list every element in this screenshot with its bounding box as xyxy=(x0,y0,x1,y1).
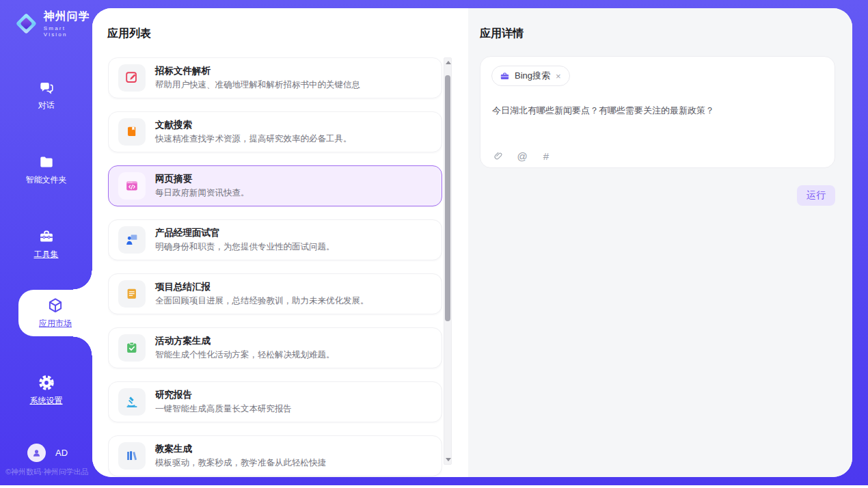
user-initials: AD xyxy=(55,448,68,458)
sidebar-item-label: 对话 xyxy=(38,100,55,111)
app-list-panel: 应用列表 招标文件解析 帮助用户快速、准确地理解和解析招标书中的关键信息 文献搜… xyxy=(92,8,468,477)
app-card-title: 项目总结汇报 xyxy=(155,281,369,293)
app-card-description: 全面回顾项目进展，总结经验教训，助力未来优化发展。 xyxy=(155,295,369,307)
sidebar-item-folder[interactable]: 智能文件夹 xyxy=(0,150,92,189)
app-card[interactable]: 产品经理面试官 明确身份和职责，为您提供专业性的面试问题。 xyxy=(108,219,442,260)
hashtag-icon[interactable]: # xyxy=(540,150,552,162)
gear-icon xyxy=(38,374,55,392)
clipboard-check-icon xyxy=(118,334,146,362)
app-card[interactable]: 文献搜索 快速精准查找学术资源，提高研究效率的必备工具。 xyxy=(108,111,442,152)
sidebar-item-chat[interactable]: 对话 xyxy=(0,75,92,115)
app-card[interactable]: 项目总结汇报 全面回顾项目进展，总结经验教训，助力未来优化发展。 xyxy=(108,273,442,314)
app-frame: 神州问学 Smart Vision 对话 智能文件夹 工具集 应用市场 xyxy=(0,0,868,485)
sidebar-nav: 对话 智能文件夹 工具集 应用市场 系统设置 xyxy=(0,0,92,485)
app-card-title: 招标文件解析 xyxy=(155,65,360,77)
sidebar-item-label: 应用市场 xyxy=(39,318,72,329)
sidebar-item-gear[interactable]: 系统设置 xyxy=(0,370,92,410)
folder-icon xyxy=(38,153,55,171)
person-icon xyxy=(31,447,42,459)
mention-icon[interactable]: @ xyxy=(516,150,528,162)
app-detail-panel: 应用详情 Bing搜索 × 今日湖北有哪些新闻要点？有哪些需要关注的最新政策？ xyxy=(468,8,852,477)
briefcase-icon xyxy=(500,71,510,81)
sidebar-item-label: 系统设置 xyxy=(30,395,63,407)
book-icon xyxy=(118,118,146,146)
app-card-description: 智能生成个性化活动方案，轻松解决规划难题。 xyxy=(155,349,335,361)
tag-close-icon[interactable]: × xyxy=(555,72,562,81)
sidebar-item-label: 工具集 xyxy=(34,249,59,260)
app-card-description: 快速精准查找学术资源，提高研究效率的必备工具。 xyxy=(155,133,352,145)
sidebar-item-cube[interactable]: 应用市场 xyxy=(18,290,92,336)
content-area: 应用列表 招标文件解析 帮助用户快速、准确地理解和解析招标书中的关键信息 文献搜… xyxy=(92,8,852,477)
app-card-description: 一键智能生成高质量长文本研究报告 xyxy=(155,403,292,415)
chat-icon xyxy=(38,79,55,96)
app-card-list: 招标文件解析 帮助用户快速、准确地理解和解析招标书中的关键信息 文献搜索 快速精… xyxy=(108,57,442,477)
app-card-description: 明确身份和职责，为您提供专业性的面试问题。 xyxy=(155,241,335,253)
sidebar-item-label: 智能文件夹 xyxy=(26,174,67,186)
memo-icon xyxy=(118,280,146,308)
prompt-input[interactable]: 今日湖北有哪些新闻要点？有哪些需要关注的最新政策？ xyxy=(492,104,824,118)
app-card-title: 教案生成 xyxy=(155,443,326,455)
sidebar: 神州问学 Smart Vision 对话 智能文件夹 工具集 应用市场 xyxy=(0,0,92,485)
avatar[interactable] xyxy=(27,444,46,462)
cube-icon xyxy=(46,297,64,314)
presenter-icon xyxy=(118,226,146,254)
app-card-title: 活动方案生成 xyxy=(155,335,335,347)
composer-toolbar: @ # xyxy=(492,150,552,162)
browser-code-icon xyxy=(118,172,146,200)
copyright-footer: ©神州数码·神州问学出品 xyxy=(5,467,89,477)
app-card-description: 每日政府新闻资讯快查。 xyxy=(155,187,249,199)
attach-file-icon[interactable] xyxy=(492,150,504,162)
app-card-title: 研究报告 xyxy=(155,389,292,401)
run-button[interactable]: 运行 xyxy=(797,185,835,206)
app-card[interactable]: 研究报告 一键智能生成高质量长文本研究报告 xyxy=(108,381,442,422)
app-card[interactable]: 招标文件解析 帮助用户快速、准确地理解和解析招标书中的关键信息 xyxy=(108,57,442,98)
books-icon xyxy=(118,442,146,470)
app-detail-title: 应用详情 xyxy=(480,27,524,41)
list-scrollbar[interactable] xyxy=(444,57,452,465)
scrollbar-thumb[interactable] xyxy=(445,75,450,321)
pen-square-icon xyxy=(118,64,146,92)
tool-tag-bing-search[interactable]: Bing搜索 × xyxy=(491,66,570,86)
scroll-up-arrow-icon[interactable] xyxy=(446,61,451,64)
app-card[interactable]: 教案生成 模板驱动，教案秒成，教学准备从此轻松快捷 xyxy=(108,435,442,476)
app-card-title: 产品经理面试官 xyxy=(155,227,335,239)
app-card-description: 模板驱动，教案秒成，教学准备从此轻松快捷 xyxy=(155,457,326,469)
app-card-title: 文献搜索 xyxy=(155,119,352,131)
app-card-title: 网页摘要 xyxy=(155,173,249,185)
user-row[interactable]: AD xyxy=(27,444,68,462)
app-list-title: 应用列表 xyxy=(107,27,151,41)
scroll-down-arrow-icon[interactable] xyxy=(446,458,451,461)
microscope-icon xyxy=(118,388,146,416)
sidebar-item-toolbox[interactable]: 工具集 xyxy=(0,224,92,264)
app-card[interactable]: 活动方案生成 智能生成个性化活动方案，轻松解决规划难题。 xyxy=(108,327,442,368)
composer-card: Bing搜索 × 今日湖北有哪些新闻要点？有哪些需要关注的最新政策？ @ # xyxy=(480,56,835,168)
toolbox-icon xyxy=(38,228,55,245)
app-card-description: 帮助用户快速、准确地理解和解析招标书中的关键信息 xyxy=(155,79,360,91)
tool-tag-label: Bing搜索 xyxy=(515,70,550,82)
app-card[interactable]: 网页摘要 每日政府新闻资讯快查。 xyxy=(108,165,442,206)
